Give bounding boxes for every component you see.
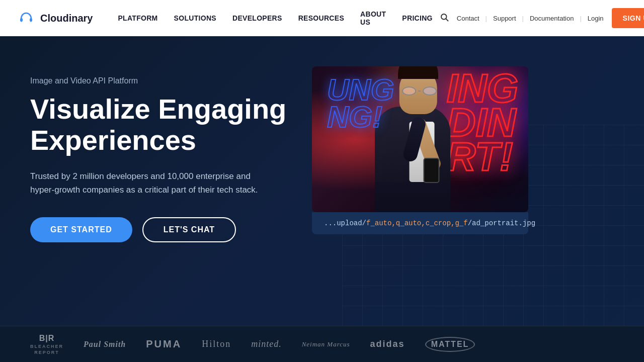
header-right: Contact | Support | Documentation | Logi… <box>440 8 644 28</box>
brands-bar: B|R BLEACHER REPORT Paul Smith PUMA Hilt… <box>0 326 644 362</box>
hero-left: Image and Video API Platform Visualize E… <box>30 66 292 242</box>
contact-link[interactable]: Contact <box>457 15 479 22</box>
url-bar: ...upload/f_auto,q_auto,c_crop,g_f/ad_po… <box>312 212 528 234</box>
hero-title: Visualize Engaging Experiences <box>30 94 292 155</box>
divider-3: | <box>580 15 581 22</box>
brand-puma: PUMA <box>146 338 182 350</box>
brand-neiman-marcus: Neiman Marcus <box>302 340 350 348</box>
url-highlight: f_auto,q_auto,c_crop,g_f <box>366 219 468 227</box>
nav-about[interactable]: ABOUT US <box>353 6 393 30</box>
url-suffix: /ad_portrait.jpg <box>468 219 535 227</box>
nav-platform[interactable]: PLATFORM <box>111 10 165 26</box>
brand-paul-smith: Paul Smith <box>84 340 126 349</box>
main-nav: PLATFORM SOLUTIONS DEVELOPERS RESOURCES … <box>111 6 439 30</box>
search-button[interactable] <box>440 13 449 24</box>
logo[interactable]: Cloudinary <box>16 8 93 28</box>
nav-resources[interactable]: RESOURCES <box>291 10 351 26</box>
logo-text: Cloudinary <box>40 13 93 24</box>
hero-subtitle: Image and Video API Platform <box>30 76 292 85</box>
header: Cloudinary PLATFORM SOLUTIONS DEVELOPERS… <box>0 0 644 36</box>
get-started-button[interactable]: GET STARTED <box>30 217 132 242</box>
hero-image-card: ING DIN RT! <box>312 66 528 212</box>
divider-2: | <box>522 15 524 22</box>
hero-buttons: GET STARTED LET'S CHAT <box>30 217 292 242</box>
login-link[interactable]: Login <box>588 15 604 22</box>
divider-1: | <box>486 15 487 22</box>
brand-hilton: Hilton <box>202 339 231 349</box>
nav-solutions[interactable]: SOLUTIONS <box>167 10 223 26</box>
cloudinary-logo-icon <box>16 8 36 28</box>
header-left: Cloudinary PLATFORM SOLUTIONS DEVELOPERS… <box>16 6 440 30</box>
lets-chat-button[interactable]: LET'S CHAT <box>142 217 236 242</box>
hero-content: Image and Video API Platform Visualize E… <box>0 36 644 326</box>
documentation-link[interactable]: Documentation <box>530 15 574 22</box>
brand-mattel: MATTEL <box>425 337 475 352</box>
nav-pricing[interactable]: PRICING <box>395 10 439 26</box>
support-link[interactable]: Support <box>493 15 516 22</box>
brand-minted: minted. <box>251 339 282 349</box>
nav-developers[interactable]: DEVELOPERS <box>225 10 289 26</box>
svg-line-4 <box>446 19 448 21</box>
hero-title-line2: Experiences <box>30 124 196 156</box>
brand-bleacher-report: B|R BLEACHER REPORT <box>30 334 63 355</box>
header-top-links: Contact | Support | Documentation | Logi… <box>457 15 604 22</box>
svg-point-0 <box>16 8 36 28</box>
hero-description: Trusted by 2 million developers and 10,0… <box>30 169 262 197</box>
url-prefix: ...upload/ <box>324 219 366 227</box>
hero-image: ING DIN RT! <box>312 66 528 212</box>
search-icon <box>440 13 449 24</box>
hero-section: Image and Video API Platform Visualize E… <box>0 36 644 326</box>
hero-right: ING DIN RT! <box>312 66 538 234</box>
hero-title-line1: Visualize Engaging <box>30 93 286 125</box>
signup-button[interactable]: SIGN UP FOR FREE <box>612 8 644 28</box>
brand-adidas: adidas <box>370 339 405 349</box>
